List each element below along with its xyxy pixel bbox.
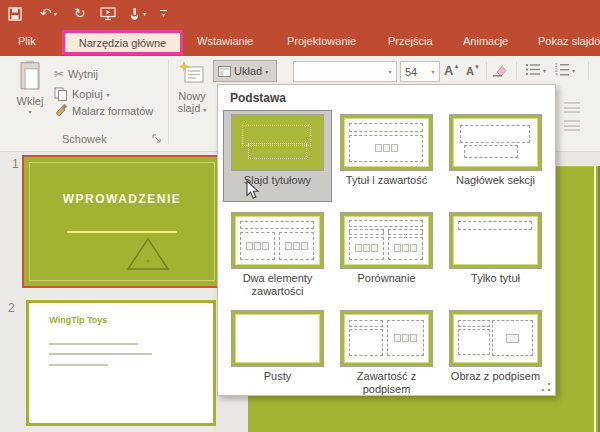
copy-dropdown-icon[interactable]: ▾ xyxy=(107,91,110,98)
undo-button[interactable]: ↶ ▾ xyxy=(40,0,57,27)
increase-font-icon: A xyxy=(444,63,453,78)
numbering-button[interactable]: 1 2 3 xyxy=(555,63,569,76)
redo-button[interactable]: ↻ xyxy=(74,0,86,27)
align-icon xyxy=(564,120,580,131)
scissors-icon: ✂ xyxy=(54,67,64,81)
slide2-bullet-line xyxy=(49,364,108,366)
increase-font-button[interactable]: A ▲ xyxy=(444,63,459,78)
layout-gallery-dropdown: Podstawa Slajd tytułowy Tytuł i zawartoś… xyxy=(217,84,556,396)
slide2-title: WingTip Toys xyxy=(49,315,107,325)
touch-mode-button[interactable]: ▾ xyxy=(128,0,146,27)
numbering-dropdown-icon[interactable]: ▾ xyxy=(572,67,575,74)
layout-item-comparison[interactable]: Porównanie xyxy=(332,208,441,300)
dropdown-resize-grip[interactable] xyxy=(542,383,550,391)
layout-item-two-content[interactable]: Dwa elementy zawartości xyxy=(223,208,332,300)
customize-qat-arrow-icon: ▾ xyxy=(162,13,165,17)
bullets-icon xyxy=(526,64,540,75)
triangle-shape xyxy=(126,237,170,271)
comparison-thumbnail-icon xyxy=(340,212,433,269)
title-only-thumbnail-icon xyxy=(449,212,542,269)
bullets-button[interactable] xyxy=(526,64,540,75)
layout-dropdown-icon: ▾ xyxy=(265,68,268,75)
save-icon xyxy=(8,7,22,21)
layout-item-picture-with-caption[interactable]: Obraz z podpisem xyxy=(441,306,550,398)
tab-slideshow[interactable]: Pokaz slajdów xyxy=(538,27,600,56)
font-size-combo[interactable]: 54 ▾ xyxy=(400,61,440,82)
cut-label: Wytnij xyxy=(68,68,98,80)
svg-text:3: 3 xyxy=(555,72,558,77)
font-size-dropdown-icon[interactable]: ▾ xyxy=(427,68,439,75)
save-button[interactable] xyxy=(8,0,22,27)
undo-icon: ↶ xyxy=(40,0,52,27)
picture-icon xyxy=(506,334,519,343)
layout-item-title-only[interactable]: Tylko tytuł xyxy=(441,208,550,300)
gallery-header: Podstawa xyxy=(218,85,555,108)
layout-button[interactable]: Układ ▾ xyxy=(213,60,277,82)
customize-qat-icon xyxy=(160,10,167,11)
title-content-thumbnail-icon xyxy=(340,114,433,171)
decrease-font-button[interactable]: A ▼ xyxy=(466,65,480,77)
tab-insert[interactable]: Wstawianie xyxy=(197,27,253,56)
slide2-thumbnail[interactable]: WingTip Toys xyxy=(26,300,216,426)
powerpoint-window: ↶ ▾ ↻ ▾ ▾ Plik Wstawiani xyxy=(0,0,600,432)
undo-dropdown-icon[interactable]: ▾ xyxy=(54,10,57,17)
align-icon xyxy=(564,102,580,113)
decrease-font-icon: A xyxy=(466,65,474,77)
content-caption-thumbnail-icon xyxy=(340,310,433,367)
slide2-bullet-line xyxy=(49,343,137,345)
eraser-icon xyxy=(497,67,506,77)
title-slide-thumbnail-icon xyxy=(231,114,324,171)
slide1-number: 1 xyxy=(12,157,19,171)
format-painter-label: Malarz formatów xyxy=(72,105,153,117)
clipboard-icon xyxy=(18,60,42,92)
copy-button[interactable]: Kopiuj ▾ xyxy=(54,87,110,101)
format-painter-button[interactable]: Malarz formatów xyxy=(54,104,153,117)
layout-item-section-header[interactable]: Nagłówek sekcji xyxy=(441,110,550,202)
slide-right-edge xyxy=(594,166,596,432)
paste-button[interactable]: Wklej ▾ xyxy=(8,60,52,128)
layout-item-blank[interactable]: Pusty xyxy=(223,306,332,398)
two-content-thumbnail-icon xyxy=(231,212,324,269)
layout-gallery: Slajd tytułowy Tytuł i zawartość Nagłówe… xyxy=(218,108,555,400)
new-slide-label-1: Nowy xyxy=(178,90,206,102)
mouse-cursor xyxy=(246,180,260,200)
layout-label: Układ xyxy=(234,65,262,77)
paste-label: Wklej xyxy=(17,95,44,107)
layout-item-title-and-content[interactable]: Tytuł i zawartość xyxy=(332,110,441,202)
redo-icon: ↻ xyxy=(74,0,86,27)
slide1-thumbnail[interactable]: WPROWADZENIE xyxy=(22,155,222,288)
tab-file[interactable]: Plik xyxy=(18,27,36,56)
bullets-dropdown-icon[interactable]: ▾ xyxy=(543,67,546,74)
tab-home-highlighted[interactable]: Narzędzia główne xyxy=(62,30,183,55)
blank-thumbnail-icon xyxy=(231,310,324,367)
touch-mode-icon xyxy=(128,7,141,21)
clear-formatting-button[interactable] xyxy=(492,64,507,77)
tab-transitions[interactable]: Przejścia xyxy=(388,27,433,56)
start-slideshow-button[interactable] xyxy=(100,0,116,27)
font-name-dropdown-icon[interactable]: ▾ xyxy=(384,68,396,75)
numbering-icon: 1 2 3 xyxy=(555,63,569,76)
titlebar: ↶ ▾ ↻ ▾ ▾ xyxy=(0,0,600,27)
slide1-divider-line xyxy=(67,231,177,233)
new-slide-button[interactable]: Nowy slajd ▾ xyxy=(172,62,212,114)
cut-button[interactable]: ✂ Wytnij xyxy=(54,67,98,81)
layout-item-title-slide[interactable]: Slajd tytułowy xyxy=(223,110,332,202)
touch-mode-dropdown-icon[interactable]: ▾ xyxy=(143,10,146,17)
customize-qat-button[interactable]: ▾ xyxy=(160,0,167,27)
start-slideshow-icon xyxy=(100,7,116,21)
new-slide-label-2: slajd ▾ xyxy=(178,102,207,114)
clipboard-dialog-launcher-icon[interactable] xyxy=(152,134,162,144)
slide2-number: 2 xyxy=(8,301,15,315)
format-painter-icon xyxy=(54,104,68,117)
new-slide-icon xyxy=(179,62,205,88)
copy-icon xyxy=(54,87,68,101)
clipboard-group-label: Schowek xyxy=(62,133,107,145)
section-header-thumbnail-icon xyxy=(449,114,542,171)
layout-item-content-with-caption[interactable]: Zawartość z podpisem xyxy=(332,306,441,398)
slide1-title: WPROWADZENIE xyxy=(24,192,220,206)
tab-design[interactable]: Projektowanie xyxy=(287,27,356,56)
font-size-value: 54 xyxy=(401,66,427,78)
paste-dropdown-icon[interactable]: ▾ xyxy=(28,108,31,115)
tab-animations[interactable]: Animacje xyxy=(463,27,508,56)
font-name-combo[interactable]: ▾ xyxy=(293,61,397,82)
